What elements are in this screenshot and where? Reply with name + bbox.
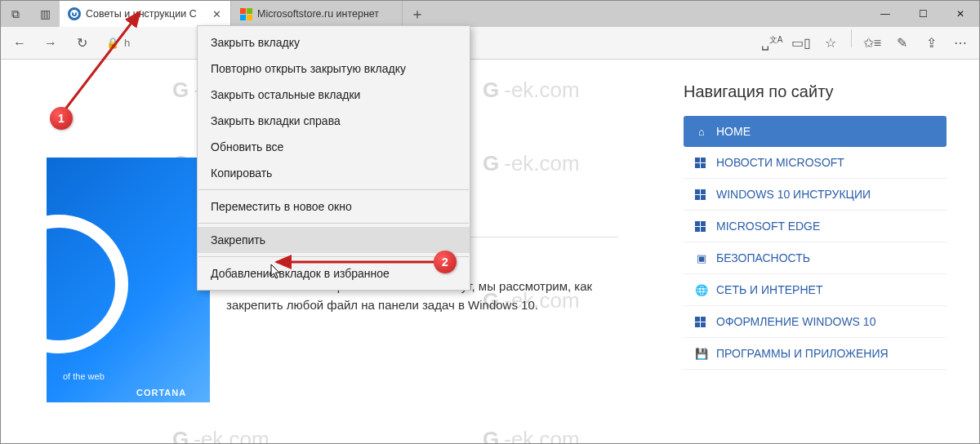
tiles-icon [695, 221, 708, 232]
more-button[interactable]: ⋯ [947, 29, 974, 57]
ctx-close-other-tabs[interactable]: Закрыть остальные вкладки [198, 82, 470, 108]
tiles-icon [695, 158, 708, 168]
ctx-pin-tab[interactable]: Закрепить [198, 227, 470, 253]
sidebar-item-apps[interactable]: 💾 ПРОГРАММЫ и ПРИЛОЖЕНИЯ [684, 338, 947, 370]
ctx-move-to-new-window[interactable]: Переместить в новое окно [198, 193, 470, 220]
sidebar-item-win10[interactable]: WINDOWS 10 ИНСТРУКЦИИ [684, 179, 947, 211]
globe-icon: 🌐 [695, 284, 708, 296]
sidebar-item-label: ПРОГРАММЫ и ПРИЛОЖЕНИЯ [716, 347, 889, 360]
favorites-hub-button[interactable]: ✩≡ [858, 29, 886, 57]
window-minimize-button[interactable]: — [866, 1, 904, 27]
tab-active[interactable]: Советы и инструкции С ✕ [60, 1, 231, 27]
sidebar-item-edge[interactable]: MICROSOFT EDGE [684, 211, 947, 242]
share-button[interactable]: ⇪ [917, 29, 945, 57]
tab-second[interactable]: Microsoftstore.ru интернет [231, 1, 403, 27]
sidebar-item-news[interactable]: НОВОСТИ MICROSOFT [684, 147, 947, 179]
back-button[interactable]: ← [6, 29, 33, 57]
notes-button[interactable]: ✎ [888, 29, 915, 57]
ctx-separator [198, 256, 469, 257]
address-text: h [124, 37, 130, 49]
window-controls: — ☐ ✕ [866, 1, 979, 27]
lock-icon: 🔒 [106, 37, 119, 49]
watermark: G-ek.com [483, 78, 580, 103]
favorite-star-button[interactable]: ☆ [817, 29, 844, 57]
sidebar-item-label: БЕЗОПАСНОСТЬ [716, 251, 810, 264]
sidebar-item-label: СЕТЬ И ИНТЕРНЕТ [716, 283, 822, 296]
window-maximize-button[interactable]: ☐ [904, 1, 942, 27]
toolbar: ← → ↻ 🔒 h ␣文A ▭▯ ☆ ✩≡ ✎ ⇪ ⋯ [1, 27, 979, 60]
microsoft-favicon-icon [239, 7, 252, 20]
show-tabs-aside-button[interactable]: ▥ [30, 1, 60, 27]
annotation-callout-1: 1 [50, 107, 73, 130]
ctx-add-tabs-to-favorites[interactable]: Добавление вкладок в избранное [198, 260, 470, 286]
titlebar: ⧉ ▥ Советы и инструкции С ✕ Microsoftsto… [1, 1, 979, 27]
tiles-icon [695, 189, 708, 200]
set-tabs-aside-button[interactable]: ⧉ [1, 1, 30, 27]
window-close-button[interactable]: ✕ [942, 1, 979, 27]
sidebar-item-label: MICROSOFT EDGE [716, 220, 820, 233]
home-icon: ⌂ [695, 126, 708, 138]
sidebar-item-label: ОФОРМЛЕНИЕ WINDOWS 10 [716, 315, 875, 328]
ctx-separator [198, 189, 469, 190]
sidebar-item-label: НОВОСТИ MICROSOFT [716, 156, 844, 169]
cursor-icon [270, 264, 282, 280]
edge-favicon-icon [68, 7, 81, 20]
translate-button[interactable]: ␣文A [758, 29, 786, 57]
ctx-copy[interactable]: Копировать [198, 160, 470, 186]
reading-view-button[interactable]: ▭▯ [787, 29, 815, 57]
sidebar-item-label: HOME [716, 125, 751, 138]
sidebar-item-label: WINDOWS 10 ИНСТРУКЦИИ [716, 188, 871, 201]
sidebar-item-network[interactable]: 🌐 СЕТЬ И ИНТЕРНЕТ [684, 274, 947, 306]
sidebar-item-security[interactable]: ▣ БЕЗОПАСНОСТЬ [684, 242, 947, 274]
tab-close-button[interactable]: ✕ [211, 8, 222, 20]
page-viewport: G-ek.com G-ek.com G-ek.com G-ek.com G-ek… [1, 60, 979, 443]
tab-context-menu: Закрыть вкладку Повторно открыть закрыту… [197, 25, 470, 291]
forward-button[interactable]: → [37, 29, 65, 57]
sidebar-item-home[interactable]: ⌂ HOME [684, 116, 947, 147]
sidebar-title: Навигация по сайту [684, 82, 947, 101]
save-icon: 💾 [695, 348, 708, 360]
article-thumbnail: of the web CORTANA [47, 158, 210, 402]
toolbar-separator [851, 29, 852, 47]
ctx-reopen-closed-tab[interactable]: Повторно открыть закрытую вкладку [198, 56, 470, 82]
watermark: G-ek.com [172, 427, 270, 443]
new-tab-button[interactable]: ＋ [403, 1, 432, 27]
sidebar: Навигация по сайту ⌂ HOME НОВОСТИ MICROS… [684, 82, 947, 370]
refresh-button[interactable]: ↻ [68, 29, 96, 57]
tab-active-title: Советы и инструкции С [86, 8, 206, 20]
ctx-refresh-all[interactable]: Обновить все [198, 134, 470, 160]
annotation-callout-2: 2 [434, 251, 457, 273]
shield-icon: ▣ [695, 252, 708, 264]
ctx-close-tab[interactable]: Закрыть вкладку [198, 29, 470, 56]
tiles-icon [695, 317, 708, 327]
ctx-close-tabs-right[interactable]: Закрыть вкладки справа [198, 108, 470, 134]
tab-second-title: Microsoftstore.ru интернет [257, 8, 394, 20]
thumb-caption-2: CORTANA [136, 388, 186, 397]
ctx-separator [198, 223, 469, 224]
watermark: G-ek.com [483, 427, 580, 443]
thumb-caption-1: of the web [63, 371, 105, 381]
sidebar-item-theme[interactable]: ОФОРМЛЕНИЕ WINDOWS 10 [684, 306, 947, 338]
